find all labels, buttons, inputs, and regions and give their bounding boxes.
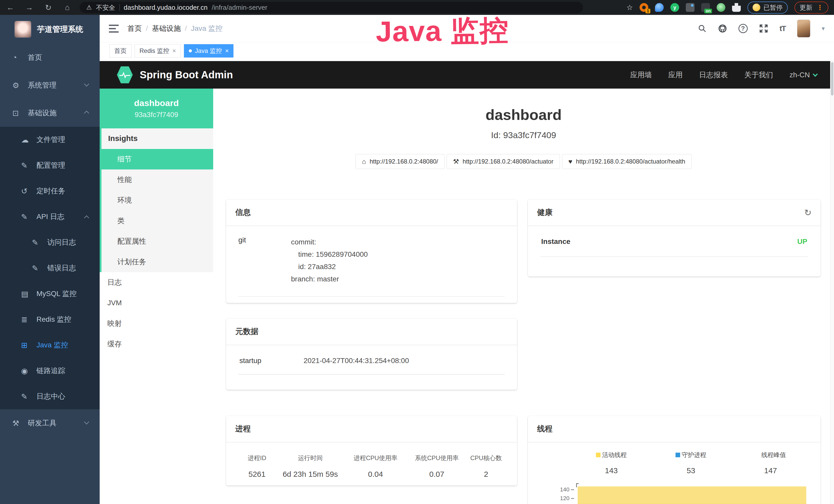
history-restore-icon[interactable]: ↺ (804, 207, 812, 218)
sidebar-item-infrastructure[interactable]: ⊡ 基础设施 (0, 99, 100, 127)
address-divider (119, 4, 120, 11)
browser-home-icon[interactable]: ⌂ (63, 3, 72, 12)
metadata-card-title: 元数据 (235, 326, 258, 337)
sba-nav-about[interactable]: 关于我们 (744, 70, 773, 80)
sba-nav-wallboard[interactable]: 应用墙 (630, 70, 652, 80)
sidebar-item-config-mgmt[interactable]: ✎ 配置管理 (0, 153, 100, 178)
sidebar-item-redis-monitor[interactable]: ≣ Redis 监控 (0, 306, 100, 332)
forward-icon[interactable]: → (25, 3, 34, 12)
help-icon[interactable]: ? (739, 24, 748, 33)
insights-group: Insights 细节 性能 环境 类 配置属性 计划任务 (100, 129, 213, 272)
url-host: dashboard.yudao.iocoder.cn (124, 4, 208, 12)
address-bar[interactable]: ⚠ 不安全 dashboard.yudao.iocoder.cn/infra/a… (80, 2, 583, 13)
breadcrumb-home[interactable]: 首页 (127, 24, 142, 33)
sidebar-item-home[interactable]: ◔ 首页 (0, 44, 100, 71)
sidebar-item-access-logs[interactable]: ✎ 访问日志 (0, 230, 100, 255)
locale-selector[interactable]: zh-CN (790, 71, 817, 79)
sba-item-logs[interactable]: 日志 (100, 272, 213, 293)
sba-item-caches[interactable]: 缓存 (100, 334, 213, 354)
close-icon[interactable]: × (225, 47, 228, 54)
eye-icon: ◉ (21, 366, 32, 375)
sidebar-item-scheduled-tasks[interactable]: ↺ 定时任务 (0, 178, 100, 204)
insights-group-title[interactable]: Insights (102, 129, 213, 149)
sba-sidebar: dashboard 93a3fc7f7409 Insights 细节 性能 环境… (100, 89, 213, 504)
grid-extension-icon[interactable] (686, 3, 695, 12)
history-icon: ↺ (21, 187, 32, 196)
sba-item-environment[interactable]: 环境 (102, 190, 213, 210)
health-instance-row[interactable]: Instance UP (540, 233, 808, 257)
sidebar-item-mysql-monitor[interactable]: ▤ MySQL 监控 (0, 281, 100, 306)
reload-icon[interactable]: ↻ (44, 3, 53, 12)
green-extension-icon[interactable] (717, 3, 725, 12)
sba-nav-applications[interactable]: 应用 (668, 70, 683, 80)
app-logo (14, 21, 31, 38)
search-icon[interactable] (698, 24, 707, 33)
service-url-button[interactable]: ⌂ http://192.168.0.2:48080/ (355, 154, 445, 169)
tab-home[interactable]: 首页 (109, 44, 132, 58)
git-commit-details: commit: time: 1596289704000 id: 27aa832 … (291, 236, 368, 285)
chevron-up-icon (84, 111, 89, 116)
sidebar-item-system-mgmt[interactable]: ⚙ 系统管理 (0, 71, 100, 99)
sba-brand-title[interactable]: Spring Boot Admin (140, 69, 233, 81)
extensions-puzzle-icon[interactable] (732, 3, 741, 12)
monitor-icon: ⊡ (12, 109, 24, 118)
sba-body: dashboard 93a3fc7f7409 Insights 细节 性能 环境… (100, 89, 834, 504)
sidebar-item-dev-tools[interactable]: ⚒ 研发工具 (0, 409, 100, 437)
scrollbar-thumb[interactable] (831, 62, 833, 95)
text-size-icon[interactable]: tT (780, 24, 786, 33)
sba-item-details[interactable]: 细节 (102, 149, 213, 169)
process-cpu: 0.04 (345, 470, 407, 479)
sidebar-item-file-mgmt[interactable]: ☁ 文件管理 (0, 127, 100, 153)
sidebar-item-java-monitor[interactable]: ⊞ Java 监控 (0, 332, 100, 358)
sidebar-item-error-logs[interactable]: ✎ 错误日志 (0, 255, 100, 281)
wrench-icon: ⚒ (453, 158, 459, 166)
sidebar-item-log-center[interactable]: ✎ 日志中心 (0, 384, 100, 409)
github-icon[interactable] (718, 24, 727, 33)
sidebar-item-api-logs[interactable]: ✎ API 日志 (0, 204, 100, 230)
sba-item-mappings[interactable]: 映射 (100, 313, 213, 334)
security-warning-icon[interactable]: ⚠ (86, 4, 92, 11)
health-card-title: 健康 (537, 207, 552, 218)
update-button[interactable]: 更新 ⋮ (794, 2, 828, 14)
browser-toolbar: ← → ↻ ⌂ ⚠ 不安全 dashboard.yudao.iocoder.cn… (0, 0, 834, 15)
sba-item-scheduled-tasks[interactable]: 计划任务 (102, 252, 213, 272)
y-tick-140: 140 (560, 486, 574, 493)
process-uptime: 6d 23h 15m 59s (276, 470, 345, 479)
back-icon[interactable]: ← (6, 3, 15, 12)
spring-boot-admin-logo[interactable] (117, 66, 133, 84)
dashboard-icon: ◔ (12, 53, 24, 62)
chart-plot-area (578, 483, 806, 504)
sba-item-classes[interactable]: 类 (102, 210, 213, 231)
sba-nav-journal[interactable]: 日志报表 (699, 70, 728, 80)
breadcrumb: 首页 / 基础设施 / Java 监控 (127, 24, 223, 33)
sba-item-jvm[interactable]: JVM (100, 293, 213, 313)
breadcrumb-infrastructure[interactable]: 基础设施 (152, 24, 181, 33)
instance-header[interactable]: dashboard 93a3fc7f7409 (100, 89, 213, 129)
y-extension-icon[interactable]: y (671, 3, 679, 12)
sba-item-metrics[interactable]: 性能 (102, 169, 213, 190)
page-scrollbar[interactable] (830, 61, 834, 504)
java-monitor-icon: ⊞ (21, 341, 32, 350)
sba-item-config-props[interactable]: 配置属性 (102, 231, 213, 252)
chevron-up-icon (84, 215, 89, 221)
user-avatar[interactable] (797, 20, 810, 38)
avatar-caret-icon[interactable]: ▾ (822, 25, 825, 32)
hamburger-icon[interactable] (109, 25, 119, 32)
info-card-title: 信息 (235, 207, 251, 218)
pin-extension-icon[interactable] (655, 3, 664, 12)
edit-icon: ✎ (21, 212, 32, 221)
close-icon[interactable]: × (172, 47, 176, 54)
paused-badge[interactable]: 已暂停 (747, 2, 788, 14)
extension-icon[interactable]: 1 (640, 3, 648, 12)
actuator-url-button[interactable]: ⚒ http://192.168.0.2:48080/actuator (447, 154, 560, 169)
app-logo-row[interactable]: 芋道管理系统 (0, 15, 100, 44)
browser-menu-dots-icon[interactable]: ⋮ (816, 4, 823, 12)
edit-icon: ✎ (32, 264, 43, 273)
fullscreen-icon[interactable] (759, 24, 768, 33)
sidebar-item-tracing[interactable]: ◉ 链路追踪 (0, 358, 100, 384)
switch-extension-icon[interactable]: on (701, 3, 710, 12)
tab-java-monitor[interactable]: Java 监控 × (184, 44, 234, 58)
health-url-button[interactable]: ♥ http://192.168.0.2:48080/actuator/heal… (562, 154, 692, 169)
tab-redis-monitor[interactable]: Redis 监控 × (135, 44, 181, 58)
bookmark-star-icon[interactable]: ☆ (627, 3, 633, 12)
